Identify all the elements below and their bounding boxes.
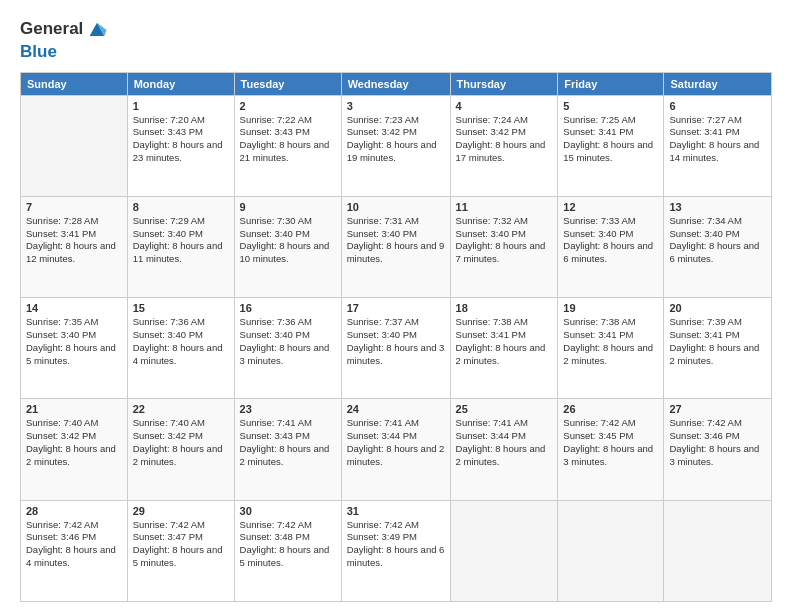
cell-details: Sunrise: 7:34 AM Sunset: 3:40 PM Dayligh…: [669, 215, 766, 266]
calendar-cell: 25Sunrise: 7:41 AM Sunset: 3:44 PM Dayli…: [450, 399, 558, 500]
cell-details: Sunrise: 7:36 AM Sunset: 3:40 PM Dayligh…: [133, 316, 229, 367]
day-number: 13: [669, 201, 766, 213]
calendar-cell: 9Sunrise: 7:30 AM Sunset: 3:40 PM Daylig…: [234, 196, 341, 297]
cell-details: Sunrise: 7:24 AM Sunset: 3:42 PM Dayligh…: [456, 114, 553, 165]
calendar-cell: 23Sunrise: 7:41 AM Sunset: 3:43 PM Dayli…: [234, 399, 341, 500]
cell-details: Sunrise: 7:40 AM Sunset: 3:42 PM Dayligh…: [133, 417, 229, 468]
calendar-cell: 16Sunrise: 7:36 AM Sunset: 3:40 PM Dayli…: [234, 298, 341, 399]
cell-details: Sunrise: 7:40 AM Sunset: 3:42 PM Dayligh…: [26, 417, 122, 468]
day-number: 4: [456, 100, 553, 112]
calendar-cell: [21, 95, 128, 196]
day-number: 23: [240, 403, 336, 415]
cell-details: Sunrise: 7:41 AM Sunset: 3:43 PM Dayligh…: [240, 417, 336, 468]
day-number: 15: [133, 302, 229, 314]
calendar-cell: 7Sunrise: 7:28 AM Sunset: 3:41 PM Daylig…: [21, 196, 128, 297]
cell-details: Sunrise: 7:36 AM Sunset: 3:40 PM Dayligh…: [240, 316, 336, 367]
cell-details: Sunrise: 7:37 AM Sunset: 3:40 PM Dayligh…: [347, 316, 445, 367]
day-number: 28: [26, 505, 122, 517]
calendar-cell: 6Sunrise: 7:27 AM Sunset: 3:41 PM Daylig…: [664, 95, 772, 196]
cell-details: Sunrise: 7:42 AM Sunset: 3:48 PM Dayligh…: [240, 519, 336, 570]
cell-details: Sunrise: 7:39 AM Sunset: 3:41 PM Dayligh…: [669, 316, 766, 367]
cell-details: Sunrise: 7:20 AM Sunset: 3:43 PM Dayligh…: [133, 114, 229, 165]
cell-details: Sunrise: 7:29 AM Sunset: 3:40 PM Dayligh…: [133, 215, 229, 266]
calendar-cell: 4Sunrise: 7:24 AM Sunset: 3:42 PM Daylig…: [450, 95, 558, 196]
calendar-cell: 12Sunrise: 7:33 AM Sunset: 3:40 PM Dayli…: [558, 196, 664, 297]
day-number: 16: [240, 302, 336, 314]
calendar-cell: 28Sunrise: 7:42 AM Sunset: 3:46 PM Dayli…: [21, 500, 128, 601]
day-number: 14: [26, 302, 122, 314]
calendar-table: SundayMondayTuesdayWednesdayThursdayFrid…: [20, 72, 772, 602]
calendar-cell: 30Sunrise: 7:42 AM Sunset: 3:48 PM Dayli…: [234, 500, 341, 601]
calendar-cell: 2Sunrise: 7:22 AM Sunset: 3:43 PM Daylig…: [234, 95, 341, 196]
calendar-cell: 13Sunrise: 7:34 AM Sunset: 3:40 PM Dayli…: [664, 196, 772, 297]
calendar-cell: 27Sunrise: 7:42 AM Sunset: 3:46 PM Dayli…: [664, 399, 772, 500]
calendar-cell: [664, 500, 772, 601]
day-number: 7: [26, 201, 122, 213]
calendar-cell: 8Sunrise: 7:29 AM Sunset: 3:40 PM Daylig…: [127, 196, 234, 297]
weekday-header: Thursday: [450, 72, 558, 95]
day-number: 17: [347, 302, 445, 314]
day-number: 30: [240, 505, 336, 517]
calendar-cell: 5Sunrise: 7:25 AM Sunset: 3:41 PM Daylig…: [558, 95, 664, 196]
calendar-cell: 22Sunrise: 7:40 AM Sunset: 3:42 PM Dayli…: [127, 399, 234, 500]
day-number: 6: [669, 100, 766, 112]
day-number: 29: [133, 505, 229, 517]
calendar-cell: 1Sunrise: 7:20 AM Sunset: 3:43 PM Daylig…: [127, 95, 234, 196]
calendar-cell: 21Sunrise: 7:40 AM Sunset: 3:42 PM Dayli…: [21, 399, 128, 500]
cell-details: Sunrise: 7:42 AM Sunset: 3:46 PM Dayligh…: [26, 519, 122, 570]
logo-icon: [86, 18, 108, 40]
calendar-cell: 11Sunrise: 7:32 AM Sunset: 3:40 PM Dayli…: [450, 196, 558, 297]
day-number: 2: [240, 100, 336, 112]
day-number: 11: [456, 201, 553, 213]
day-number: 21: [26, 403, 122, 415]
cell-details: Sunrise: 7:38 AM Sunset: 3:41 PM Dayligh…: [456, 316, 553, 367]
cell-details: Sunrise: 7:27 AM Sunset: 3:41 PM Dayligh…: [669, 114, 766, 165]
logo-general: General: [20, 18, 108, 42]
calendar-cell: 20Sunrise: 7:39 AM Sunset: 3:41 PM Dayli…: [664, 298, 772, 399]
calendar-cell: 26Sunrise: 7:42 AM Sunset: 3:45 PM Dayli…: [558, 399, 664, 500]
cell-details: Sunrise: 7:30 AM Sunset: 3:40 PM Dayligh…: [240, 215, 336, 266]
calendar-cell: 10Sunrise: 7:31 AM Sunset: 3:40 PM Dayli…: [341, 196, 450, 297]
day-number: 3: [347, 100, 445, 112]
calendar-cell: 24Sunrise: 7:41 AM Sunset: 3:44 PM Dayli…: [341, 399, 450, 500]
day-number: 25: [456, 403, 553, 415]
day-number: 8: [133, 201, 229, 213]
day-number: 18: [456, 302, 553, 314]
cell-details: Sunrise: 7:38 AM Sunset: 3:41 PM Dayligh…: [563, 316, 658, 367]
cell-details: Sunrise: 7:32 AM Sunset: 3:40 PM Dayligh…: [456, 215, 553, 266]
cell-details: Sunrise: 7:31 AM Sunset: 3:40 PM Dayligh…: [347, 215, 445, 266]
day-number: 1: [133, 100, 229, 112]
cell-details: Sunrise: 7:41 AM Sunset: 3:44 PM Dayligh…: [347, 417, 445, 468]
day-number: 26: [563, 403, 658, 415]
calendar-cell: 31Sunrise: 7:42 AM Sunset: 3:49 PM Dayli…: [341, 500, 450, 601]
cell-details: Sunrise: 7:42 AM Sunset: 3:47 PM Dayligh…: [133, 519, 229, 570]
logo: General Blue: [20, 18, 108, 62]
calendar-cell: 15Sunrise: 7:36 AM Sunset: 3:40 PM Dayli…: [127, 298, 234, 399]
calendar-cell: 3Sunrise: 7:23 AM Sunset: 3:42 PM Daylig…: [341, 95, 450, 196]
cell-details: Sunrise: 7:25 AM Sunset: 3:41 PM Dayligh…: [563, 114, 658, 165]
day-number: 19: [563, 302, 658, 314]
day-number: 20: [669, 302, 766, 314]
cell-details: Sunrise: 7:41 AM Sunset: 3:44 PM Dayligh…: [456, 417, 553, 468]
calendar-cell: 17Sunrise: 7:37 AM Sunset: 3:40 PM Dayli…: [341, 298, 450, 399]
day-number: 10: [347, 201, 445, 213]
weekday-header: Sunday: [21, 72, 128, 95]
cell-details: Sunrise: 7:23 AM Sunset: 3:42 PM Dayligh…: [347, 114, 445, 165]
day-number: 9: [240, 201, 336, 213]
calendar-cell: 29Sunrise: 7:42 AM Sunset: 3:47 PM Dayli…: [127, 500, 234, 601]
calendar-cell: [450, 500, 558, 601]
day-number: 24: [347, 403, 445, 415]
day-number: 12: [563, 201, 658, 213]
cell-details: Sunrise: 7:42 AM Sunset: 3:45 PM Dayligh…: [563, 417, 658, 468]
cell-details: Sunrise: 7:35 AM Sunset: 3:40 PM Dayligh…: [26, 316, 122, 367]
cell-details: Sunrise: 7:42 AM Sunset: 3:46 PM Dayligh…: [669, 417, 766, 468]
logo-blue: Blue: [20, 42, 108, 62]
day-number: 5: [563, 100, 658, 112]
day-number: 22: [133, 403, 229, 415]
cell-details: Sunrise: 7:33 AM Sunset: 3:40 PM Dayligh…: [563, 215, 658, 266]
cell-details: Sunrise: 7:22 AM Sunset: 3:43 PM Dayligh…: [240, 114, 336, 165]
cell-details: Sunrise: 7:28 AM Sunset: 3:41 PM Dayligh…: [26, 215, 122, 266]
calendar-cell: 14Sunrise: 7:35 AM Sunset: 3:40 PM Dayli…: [21, 298, 128, 399]
cell-details: Sunrise: 7:42 AM Sunset: 3:49 PM Dayligh…: [347, 519, 445, 570]
calendar-cell: [558, 500, 664, 601]
